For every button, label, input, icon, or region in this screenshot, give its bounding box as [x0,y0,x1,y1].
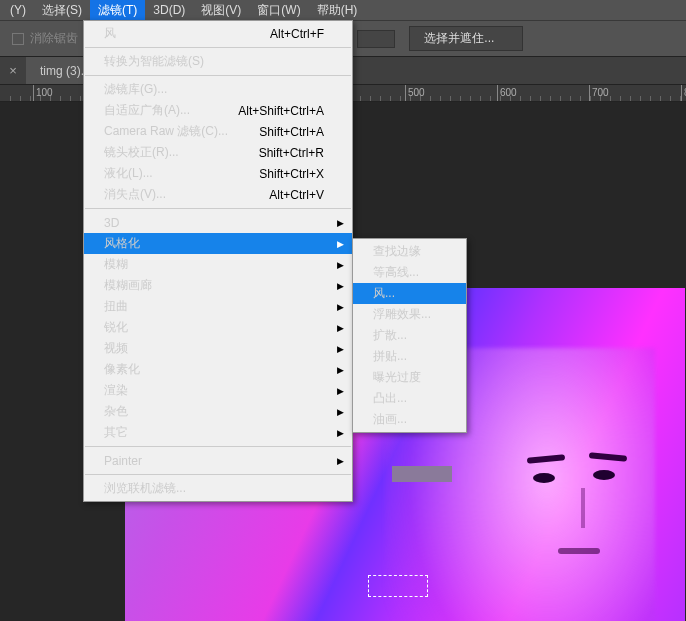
submenu-item[interactable]: 拼贴... [353,346,466,367]
menu-item[interactable]: 转换为智能滤镜(S) [84,51,352,72]
antialias-label: 消除锯齿 [30,30,78,47]
menu-item[interactable]: 风Alt+Ctrl+F [84,23,352,44]
menu-item[interactable]: 模糊画廊 [84,275,352,296]
document-tab-label: timg (3). [40,64,84,78]
menu-item-shortcut: Alt+Shift+Ctrl+A [238,104,324,118]
menubar-item[interactable]: 选择(S) [34,0,90,21]
menubar-item[interactable]: 视图(V) [193,0,249,21]
menu-item-label: 像素化 [104,361,140,378]
submenu-item-label: 扩散... [373,327,407,344]
submenu-item[interactable]: 扩散... [353,325,466,346]
submenu-item-label: 拼贴... [373,348,407,365]
gray-patch [392,466,452,482]
close-prev-tab-icon[interactable]: × [0,57,26,84]
menu-item[interactable]: 自适应广角(A)...Alt+Shift+Ctrl+A [84,100,352,121]
menu-item-label: 风格化 [104,235,140,252]
menu-item-shortcut: Alt+Ctrl+F [270,27,324,41]
menubar-item[interactable]: (Y) [2,1,34,19]
menu-item-label: 3D [104,216,119,230]
ruler-tick-label: 700 [592,87,609,98]
menu-item-label: 消失点(V)... [104,186,166,203]
menu-item[interactable]: 滤镜库(G)... [84,79,352,100]
menu-item[interactable]: 3D [84,212,352,233]
submenu-item-label: 曝光过度 [373,369,421,386]
menu-item-label: 浏览联机滤镜... [104,480,186,497]
menu-item[interactable]: 像素化 [84,359,352,380]
menubar-item[interactable]: 3D(D) [145,1,193,19]
menubar-item[interactable]: 滤镜(T) [90,0,145,21]
submenu-item-label: 浮雕效果... [373,306,431,323]
menu-separator [85,208,351,209]
menu-item-label: 液化(L)... [104,165,153,182]
select-and-mask-button[interactable]: 选择并遮住... [409,26,523,51]
menu-item-label: Painter [104,454,142,468]
submenu-item[interactable]: 风... [353,283,466,304]
menu-item-label: 锐化 [104,319,128,336]
menubar-item[interactable]: 窗口(W) [249,0,308,21]
degree-input[interactable] [357,30,395,48]
menu-item-label: 渲染 [104,382,128,399]
menu-item[interactable]: Camera Raw 滤镜(C)...Shift+Ctrl+A [84,121,352,142]
submenu-item-label: 凸出... [373,390,407,407]
submenu-item[interactable]: 油画... [353,409,466,430]
submenu-item[interactable]: 等高线... [353,262,466,283]
menu-item-shortcut: Shift+Ctrl+X [259,167,324,181]
menu-item-label: 扭曲 [104,298,128,315]
menu-item-label: 转换为智能滤镜(S) [104,53,204,70]
stylize-submenu: 查找边缘等高线...风...浮雕效果...扩散...拼贴...曝光过度凸出...… [352,238,467,433]
menu-item-label: 其它 [104,424,128,441]
ruler-tick-label: 100 [36,87,53,98]
submenu-item[interactable]: 凸出... [353,388,466,409]
submenu-item-label: 风... [373,285,395,302]
menu-item[interactable]: 锐化 [84,317,352,338]
menu-separator [85,75,351,76]
ruler-tick-label: 600 [500,87,517,98]
menu-item[interactable]: 浏览联机滤镜... [84,478,352,499]
submenu-item[interactable]: 曝光过度 [353,367,466,388]
menubar-item[interactable]: 帮助(H) [309,0,366,21]
menu-item[interactable]: 视频 [84,338,352,359]
menu-item-label: 杂色 [104,403,128,420]
menu-item[interactable]: 其它 [84,422,352,443]
menu-item[interactable]: 渲染 [84,380,352,401]
menu-item-label: 滤镜库(G)... [104,81,167,98]
menu-item[interactable]: 液化(L)...Shift+Ctrl+X [84,163,352,184]
menu-item-label: 自适应广角(A)... [104,102,190,119]
submenu-item-label: 等高线... [373,264,419,281]
menu-item[interactable]: 杂色 [84,401,352,422]
submenu-item-label: 油画... [373,411,407,428]
antialias-checkbox[interactable] [12,33,24,45]
filter-menu: 风Alt+Ctrl+F转换为智能滤镜(S)滤镜库(G)...自适应广角(A)..… [83,20,353,502]
menu-item-label: 模糊画廊 [104,277,152,294]
menu-item-shortcut: Shift+Ctrl+A [259,125,324,139]
menu-item-label: 风 [104,25,116,42]
menu-item-shortcut: Alt+Ctrl+V [269,188,324,202]
menu-separator [85,47,351,48]
menu-item-label: 视频 [104,340,128,357]
menu-item[interactable]: 模糊 [84,254,352,275]
submenu-item[interactable]: 浮雕效果... [353,304,466,325]
submenu-item[interactable]: 查找边缘 [353,241,466,262]
menu-item[interactable]: 风格化 [84,233,352,254]
menu-item-label: 模糊 [104,256,128,273]
menu-item[interactable]: 扭曲 [84,296,352,317]
menu-item-label: Camera Raw 滤镜(C)... [104,123,228,140]
menu-item-label: 镜头校正(R)... [104,144,179,161]
menu-item[interactable]: Painter [84,450,352,471]
menu-separator [85,474,351,475]
menu-item[interactable]: 镜头校正(R)...Shift+Ctrl+R [84,142,352,163]
ruler-tick-label: 500 [408,87,425,98]
selection-marquee[interactable] [368,575,428,597]
submenu-item-label: 查找边缘 [373,243,421,260]
menu-item[interactable]: 消失点(V)...Alt+Ctrl+V [84,184,352,205]
menubar: (Y)选择(S)滤镜(T)3D(D)视图(V)窗口(W)帮助(H) [0,0,686,20]
menu-item-shortcut: Shift+Ctrl+R [259,146,324,160]
menu-separator [85,446,351,447]
